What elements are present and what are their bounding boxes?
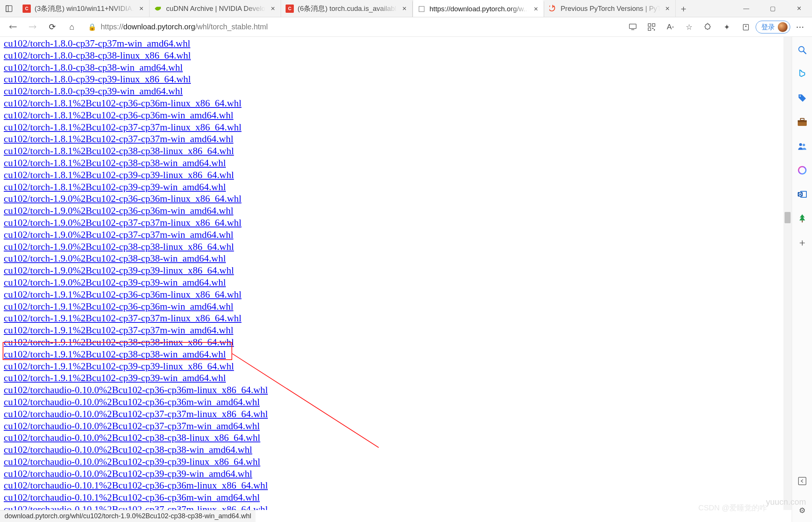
edge-sidebar: ＋ ⚙ [792, 37, 812, 522]
whl-link[interactable]: cu102/torch-1.8.1%2Bcu102-cp39-cp39-win_… [4, 182, 226, 192]
login-button[interactable]: 登录 [756, 21, 790, 33]
whl-link[interactable]: cu102/torch-1.9.1%2Bcu102-cp37-cp37m-win… [4, 325, 233, 336]
whl-link[interactable]: cu102/torchaudio-0.10.0%2Bcu102-cp39-cp3… [4, 456, 260, 467]
whl-link[interactable]: cu102/torch-1.8.0-cp39-cp39-win_amd64.wh… [4, 86, 183, 97]
whl-link[interactable]: cu102/torch-1.9.1%2Bcu102-cp36-cp36m-lin… [4, 289, 242, 300]
svg-rect-27 [801, 220, 802, 222]
tab-4[interactable]: Previous PyTorch Versions | PyT...✕ [544, 0, 676, 17]
whl-link[interactable]: cu102/torch-1.9.0%2Bcu102-cp39-cp39-linu… [4, 265, 234, 276]
back-button[interactable]: 🡐 [4, 20, 23, 35]
favorite-icon[interactable]: ☆ [680, 20, 698, 35]
whl-link[interactable]: cu102/torch-1.8.0-cp37-cp37m-win_amd64.w… [4, 38, 190, 49]
whl-link[interactable]: cu102/torchaudio-0.10.0%2Bcu102-cp39-cp3… [4, 468, 252, 479]
whl-link[interactable]: cu102/torchaudio-0.10.0%2Bcu102-cp37-cp3… [4, 409, 268, 419]
close-tab-icon[interactable]: ✕ [269, 5, 276, 12]
whl-link[interactable]: cu102/torch-1.9.0%2Bcu102-cp37-cp37m-win… [4, 229, 233, 240]
close-tab-icon[interactable]: ✕ [532, 6, 539, 12]
whl-link[interactable]: cu102/torch-1.9.1%2Bcu102-cp37-cp37m-lin… [4, 313, 242, 324]
whl-link[interactable]: cu102/torch-1.8.1%2Bcu102-cp36-cp36m-lin… [4, 98, 242, 109]
whl-link[interactable]: cu102/torch-1.9.0%2Bcu102-cp38-cp38-linu… [4, 241, 234, 252]
whl-link[interactable]: cu102/torch-1.9.1%2Bcu102-cp39-cp39-win_… [4, 372, 226, 383]
sidebar-add-icon[interactable]: ＋ [796, 236, 809, 249]
window-minimize-button[interactable]: — [733, 0, 759, 17]
close-tab-icon[interactable]: ✕ [401, 5, 408, 12]
whl-link[interactable]: cu102/torch-1.8.0-cp38-cp38-win_amd64.wh… [4, 62, 183, 73]
whl-link[interactable]: cu102/torch-1.9.1%2Bcu102-cp38-cp38-linu… [4, 337, 234, 348]
whl-link[interactable]: cu102/torchaudio-0.10.0%2Bcu102-cp38-cp3… [4, 432, 260, 443]
tab-label: cuDNN Archive | NVIDIA Develo... [166, 5, 266, 13]
csdn-favicon: C [286, 5, 294, 13]
more-menu-button[interactable]: ⋯ [792, 22, 808, 32]
search-icon[interactable] [796, 44, 809, 56]
whl-link[interactable]: cu102/torch-1.9.0%2Bcu102-cp39-cp39-win_… [4, 277, 226, 288]
favorites-bar-icon[interactable]: ✦ [718, 20, 735, 35]
avatar [778, 22, 788, 32]
whl-link[interactable]: cu102/torch-1.8.1%2Bcu102-cp37-cp37m-win… [4, 133, 233, 144]
whl-link[interactable]: cu102/torchaudio-0.10.1%2Bcu102-cp36-cp3… [4, 480, 268, 491]
refresh-button[interactable]: ⟳ [43, 20, 62, 35]
sidebar-expand-icon[interactable] [796, 475, 809, 487]
browser-toolbar: 🡐 🡒 ⟳ ⌂ 🔒 https://download.pytorch.org/w… [0, 17, 812, 37]
tab-1[interactable]: cuDNN Archive | NVIDIA Develo...✕ [150, 0, 281, 17]
svg-rect-2 [419, 6, 424, 12]
svg-point-21 [803, 144, 805, 147]
whl-link[interactable]: cu102/torchaudio-0.10.0%2Bcu102-cp36-cp3… [4, 384, 268, 395]
scrollbar-thumb[interactable] [785, 212, 791, 223]
whl-link[interactable]: cu102/torch-1.8.0-cp39-cp39-linux_x86_64… [4, 74, 191, 85]
whl-link[interactable]: cu102/torchaudio-0.10.1%2Bcu102-cp37-cp3… [4, 504, 268, 510]
window-close-button[interactable]: ✕ [786, 0, 812, 17]
close-tab-icon[interactable]: ✕ [664, 5, 671, 12]
close-tab-icon[interactable]: ✕ [138, 5, 145, 12]
whl-link-row: cu102/torch-1.8.0-cp37-cp37m-win_amd64.w… [4, 38, 788, 50]
whl-link[interactable]: cu102/torchaudio-0.10.1%2Bcu102-cp36-cp3… [4, 492, 260, 503]
address-bar[interactable]: 🔒 https://download.pytorch.org/whl/torch… [82, 20, 623, 34]
whl-link-row: cu102/torch-1.9.0%2Bcu102-cp37-cp37m-win… [4, 229, 788, 241]
browser-titlebar: C(3条消息) win10/win11+NVIDIA...✕cuDNN Arch… [0, 0, 812, 17]
whl-link[interactable]: cu102/torch-1.9.1%2Bcu102-cp36-cp36m-win… [4, 301, 233, 312]
qr-icon[interactable] [643, 20, 660, 35]
collections-icon[interactable] [737, 20, 754, 35]
whl-link[interactable]: cu102/torchaudio-0.10.0%2Bcu102-cp38-cp3… [4, 444, 252, 455]
svg-rect-8 [648, 28, 651, 30]
whl-link[interactable]: cu102/torch-1.8.0-cp38-cp38-linux_x86_64… [4, 50, 191, 61]
vertical-scrollbar[interactable] [783, 37, 792, 510]
tab-2[interactable]: C(6条消息) torch.cuda.is_availabl...✕ [281, 0, 413, 17]
tab-3[interactable]: https://download.pytorch.org/w...✕ [413, 0, 544, 17]
whl-link[interactable]: cu102/torch-1.9.0%2Bcu102-cp37-cp37m-lin… [4, 217, 242, 228]
people-icon[interactable] [796, 140, 809, 153]
whl-link[interactable]: cu102/torch-1.9.1%2Bcu102-cp39-cp39-linu… [4, 361, 234, 372]
whl-link[interactable]: cu102/torch-1.8.1%2Bcu102-cp38-cp38-win_… [4, 157, 226, 168]
tree-icon[interactable] [796, 212, 809, 225]
whl-link-row: cu102/torch-1.8.1%2Bcu102-cp36-cp36m-lin… [4, 97, 788, 109]
whl-link[interactable]: cu102/torch-1.8.1%2Bcu102-cp38-cp38-linu… [4, 145, 234, 156]
whl-link[interactable]: cu102/torch-1.9.0%2Bcu102-cp36-cp36m-lin… [4, 193, 242, 204]
status-text: download.pytorch.org/whl/cu102/torch-1.9… [5, 512, 251, 520]
whl-link[interactable]: cu102/torchaudio-0.10.0%2Bcu102-cp37-cp3… [4, 421, 260, 431]
whl-link[interactable]: cu102/torch-1.8.1%2Bcu102-cp37-cp37m-lin… [4, 122, 242, 133]
home-button[interactable]: ⌂ [62, 20, 81, 35]
whl-link[interactable]: cu102/torchaudio-0.10.0%2Bcu102-cp36-cp3… [4, 396, 260, 407]
whl-link[interactable]: cu102/torch-1.8.1%2Bcu102-cp39-cp39-linu… [4, 169, 234, 180]
bing-chat-icon[interactable] [796, 68, 809, 80]
read-aloud-icon[interactable]: A» [662, 20, 679, 35]
copilot-icon[interactable] [796, 164, 809, 177]
outlook-icon[interactable] [796, 188, 809, 201]
whl-link-row: cu102/torch-1.8.0-cp39-cp39-linux_x86_64… [4, 73, 788, 85]
extensions-icon[interactable] [699, 20, 717, 35]
whl-link[interactable]: cu102/torch-1.8.1%2Bcu102-cp36-cp36m-win… [4, 110, 233, 121]
toolbox-icon[interactable] [796, 116, 809, 129]
settings-icon[interactable]: ⚙ [796, 504, 809, 517]
whl-link-row: cu102/torch-1.8.0-cp38-cp38-win_amd64.wh… [4, 62, 788, 74]
whl-link-row: cu102/torch-1.8.1%2Bcu102-cp37-cp37m-lin… [4, 121, 788, 133]
whl-link[interactable]: cu102/torch-1.9.0%2Bcu102-cp36-cp36m-win… [4, 205, 233, 216]
shopping-tag-icon[interactable] [796, 92, 809, 104]
new-tab-button[interactable]: ＋ [676, 0, 691, 17]
url-text: https://download.pytorch.org/whl/torch_s… [101, 23, 268, 31]
whl-link[interactable]: cu102/torch-1.9.0%2Bcu102-cp38-cp38-win_… [4, 253, 226, 264]
whl-link-list: cu102/torch-1.8.0-cp37-cp37m-win_amd64.w… [0, 37, 792, 510]
tab-actions-icon[interactable] [0, 0, 18, 17]
window-maximize-button[interactable]: ▢ [759, 0, 786, 17]
tab-0[interactable]: C(3条消息) win10/win11+NVIDIA...✕ [18, 0, 150, 17]
desktop-app-icon[interactable] [624, 20, 641, 35]
whl-link[interactable]: cu102/torch-1.9.1%2Bcu102-cp38-cp38-win_… [4, 349, 226, 360]
